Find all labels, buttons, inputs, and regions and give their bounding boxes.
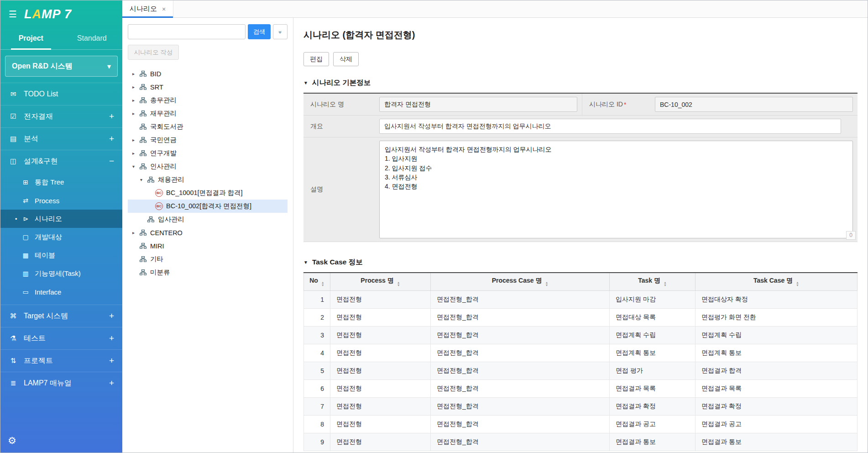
sidebar-subitem-interface[interactable]: ▭Interface	[0, 283, 122, 301]
scenario-name-input[interactable]	[379, 97, 577, 112]
column-header[interactable]: Process Case 명▲▼	[431, 273, 610, 290]
tree-node[interactable]: ▸연구개발	[128, 147, 288, 160]
column-header[interactable]: Task 명▲▼	[610, 273, 695, 290]
double-chevron-down-icon[interactable]: ››	[273, 24, 288, 39]
expand-plus-icon[interactable]: +	[109, 333, 114, 343]
tree-node[interactable]: 국회도서관	[128, 120, 288, 133]
sidebar-subitem-table[interactable]: ▦테이블	[0, 246, 122, 264]
table-row[interactable]: 1면접전형면접전형_합격입사지원 마감면접대상자 확정	[304, 290, 858, 308]
tree-node[interactable]: ▸BID	[128, 67, 288, 80]
search-button[interactable]: 검색	[248, 24, 271, 39]
delete-button[interactable]: 삭제	[333, 52, 359, 66]
org-node-icon	[140, 111, 147, 116]
tree-node[interactable]: 입사관리	[128, 213, 288, 226]
tree-node[interactable]: BCBC-10_002[합격자 면접전형]	[128, 200, 288, 213]
table-cell: 면접결과 통보	[695, 433, 858, 451]
table-cell: 면접계획 통보	[610, 344, 695, 362]
description-counter: 0	[846, 231, 856, 240]
expand-arrow-icon[interactable]: ▸	[131, 84, 136, 90]
tree-node[interactable]: MIRI	[128, 239, 288, 253]
expand-plus-icon[interactable]: +	[109, 311, 114, 321]
table-cell: 면접대상 목록	[610, 308, 695, 326]
sidebar-subitem-label: 통합 Tree	[35, 178, 64, 187]
expand-arrow-icon[interactable]: ▸	[131, 230, 136, 235]
tree-node[interactable]: 기타	[128, 253, 288, 266]
sort-icon[interactable]: ▲▼	[321, 281, 324, 287]
tab-project[interactable]: Project	[0, 28, 62, 49]
table-row[interactable]: 6면접전형면접전형_합격면접결과 목록면접결과 목록	[304, 379, 858, 397]
tree-node[interactable]: ▸CENTERO	[128, 226, 288, 239]
collapse-triangle-icon: ▼	[303, 80, 308, 85]
column-header[interactable]: No▲▼	[304, 273, 330, 290]
scenario-id-input[interactable]	[655, 97, 853, 112]
sidebar-item-design-build[interactable]: ◫설계&구현−	[0, 150, 122, 172]
task-case-section-header[interactable]: ▼ Task Case 정보	[303, 258, 858, 267]
column-header[interactable]: Task Case 명▲▼	[695, 273, 858, 290]
tree-node[interactable]: 미분류	[128, 266, 288, 279]
expand-plus-icon[interactable]: +	[109, 378, 114, 388]
search-input[interactable]	[128, 24, 246, 39]
sidebar-subitem-label: Process	[35, 197, 59, 205]
project-select-dropdown[interactable]: Open R&D 시스템 ▾	[5, 56, 118, 77]
expand-arrow-icon[interactable]: ▸	[131, 111, 136, 116]
table-row[interactable]: 3면접전형면접전형_합격면접계획 수립면접계획 수립	[304, 326, 858, 344]
sidebar-subitem-process[interactable]: ⇄Process	[0, 191, 122, 210]
tab-label: 시나리오	[130, 5, 157, 13]
expand-plus-icon[interactable]: +	[109, 111, 114, 121]
sort-icon[interactable]: ▲▼	[397, 281, 400, 287]
expand-arrow-icon[interactable]: ▸	[131, 71, 136, 76]
sidebar-item-project[interactable]: ⇅프로젝트+	[0, 349, 122, 372]
table-row[interactable]: 9면접전형면접전형_합격면접결과 통보면접결과 통보	[304, 433, 858, 451]
bc-badge-icon: BC	[155, 189, 163, 197]
table-row[interactable]: 2면접전형면접전형_합격면접대상 목록면접평가 화면 전환	[304, 308, 858, 326]
collapse-minus-icon[interactable]: −	[109, 156, 114, 166]
expand-arrow-icon[interactable]: ▸	[131, 137, 136, 142]
tree-node[interactable]: ▸재무관리	[128, 107, 288, 120]
edit-button[interactable]: 편집	[303, 52, 329, 66]
basic-info-section-header[interactable]: ▼ 시나리오 기본정보	[303, 78, 858, 88]
close-icon[interactable]: ×	[162, 5, 166, 13]
table-row[interactable]: 4면접전형면접전형_합격면접계획 통보면접계획 통보	[304, 344, 858, 362]
overview-input[interactable]	[379, 119, 841, 134]
collapse-arrow-icon[interactable]: ▾	[138, 177, 144, 182]
tree-node[interactable]: BCBC_10001[면접결과 합격]	[128, 186, 288, 200]
sort-icon[interactable]: ▲▼	[796, 281, 799, 287]
expand-plus-icon[interactable]: +	[109, 134, 114, 144]
tab-scenario[interactable]: 시나리오 ×	[122, 0, 173, 17]
gear-icon[interactable]: ⚙	[8, 435, 16, 446]
sidebar-subitem-unified-tree[interactable]: ⊞통합 Tree	[0, 173, 122, 191]
tab-standard[interactable]: Standard	[62, 28, 123, 49]
sidebar-menu: ✉TODO List☑전자결재+▤분석+◫설계&구현−⊞통합 Tree⇄Proc…	[0, 83, 122, 453]
column-header[interactable]: Process 명▲▼	[330, 273, 431, 290]
tree-node[interactable]: ▾채용관리	[128, 173, 288, 186]
hamburger-icon[interactable]: ☰	[9, 10, 17, 19]
sort-icon[interactable]: ▲▼	[545, 281, 548, 287]
description-textarea[interactable]: 입사지원서 작성부터 합격자 면접전형까지의 업무시나리오 1. 입사지원 2.…	[379, 141, 853, 238]
sidebar-item-approval[interactable]: ☑전자결재+	[0, 105, 122, 127]
expand-arrow-icon[interactable]: ▸	[131, 151, 136, 156]
tree-node[interactable]: ▸총무관리	[128, 94, 288, 107]
tree-node[interactable]: ▾인사관리	[128, 160, 288, 173]
table-row[interactable]: 7면접전형면접전형_합격면접결과 확정면접결과 확정	[304, 397, 858, 415]
org-node-icon	[140, 230, 147, 236]
sidebar-item-analysis[interactable]: ▤분석+	[0, 127, 122, 150]
sidebar-subitem-task-spec[interactable]: ▥기능명세(Task)	[0, 264, 122, 283]
org-node-icon	[140, 124, 147, 130]
sidebar-item-manual[interactable]: ≣LAMP7 매뉴얼+	[0, 372, 122, 394]
expand-plus-icon[interactable]: +	[109, 356, 114, 366]
sidebar-item-todo-list[interactable]: ✉TODO List	[0, 83, 122, 105]
sidebar-item-target-system[interactable]: ⌘Target 시스템+	[0, 305, 122, 327]
sidebar-item-test[interactable]: ⚗테스트+	[0, 327, 122, 349]
tree-node[interactable]: ▸국민연금	[128, 133, 288, 147]
table-row[interactable]: 5면접전형면접전형_합격면접 평가면접결과 합격	[304, 362, 858, 379]
tree-node[interactable]: ▸SRT	[128, 80, 288, 94]
sort-icon[interactable]: ▲▼	[664, 281, 667, 287]
create-scenario-button[interactable]: 시나리오 작성	[128, 45, 179, 60]
collapse-arrow-icon[interactable]: ▾	[131, 164, 136, 169]
sidebar-subitem-dev-target[interactable]: ▢개발대상	[0, 228, 122, 246]
sidebar-subitem-scenario[interactable]: ⊳시나리오	[0, 210, 122, 228]
expand-arrow-icon[interactable]: ▸	[131, 98, 136, 103]
interface-icon: ▭	[21, 288, 30, 295]
table-row[interactable]: 8면접전형면접전형_합격면접결과 공고면접결과 공고	[304, 415, 858, 433]
dev-target-icon: ▢	[21, 233, 30, 241]
